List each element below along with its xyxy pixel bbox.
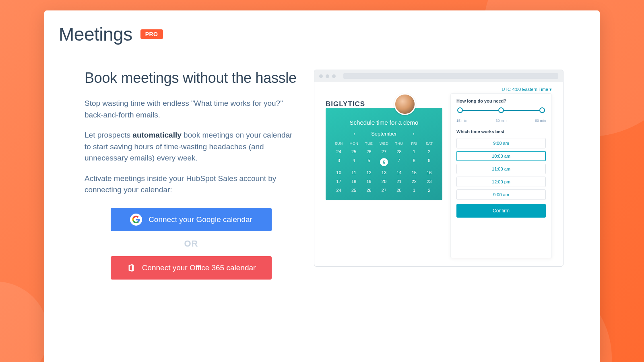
calendar-day[interactable]: 8: [407, 156, 421, 168]
calendar-day[interactable]: 21: [392, 177, 407, 186]
calendar-day[interactable]: 1: [407, 186, 421, 195]
chrome-dot-icon: [319, 74, 323, 78]
calendar-day[interactable]: 28: [392, 186, 407, 195]
time-slot[interactable]: 9:00 am: [456, 138, 546, 148]
slider-handle[interactable]: [498, 107, 504, 113]
duration-label: 30 min: [495, 119, 506, 123]
button-label: Connect your Office 365 calendar: [142, 263, 256, 272]
chevron-left-icon[interactable]: ‹: [353, 131, 355, 137]
avatar: [394, 93, 416, 115]
schedule-title: Schedule time for a demo: [331, 119, 437, 126]
calendar-dow: SUN: [331, 140, 346, 147]
text-span: Let prospects: [85, 131, 132, 139]
browser-mock: UTC-4:00 Eastern Time ▾ BIGLYTICS Schedu…: [314, 70, 564, 267]
calendar-day[interactable]: 27: [376, 186, 391, 195]
cta-actions: Connect your Google calendar OR Connect …: [85, 208, 298, 280]
slider-handle[interactable]: [457, 107, 463, 113]
calendar-dow: SAT: [422, 140, 437, 147]
duration-label: 60 min: [535, 119, 546, 123]
page-backdrop: Meetings PRO Book meetings without the h…: [0, 0, 644, 362]
time-slot[interactable]: 9:00 am: [456, 189, 546, 200]
page-title: Meetings: [59, 23, 132, 45]
main-card: Meetings PRO Book meetings without the h…: [44, 10, 600, 362]
time-slots: 9:00 am10:00 am11:00 am12:00 pm9:00 am: [456, 138, 546, 200]
calendar-widget: Schedule time for a demo ‹ September › S…: [326, 108, 442, 200]
browser-chrome-bar: [314, 70, 563, 82]
page-header: Meetings PRO: [44, 10, 600, 55]
calendar-day[interactable]: 27: [376, 147, 391, 156]
confirm-button[interactable]: Confirm: [456, 204, 546, 218]
hero-heading: Book meetings without the hassle: [85, 70, 298, 86]
calendar-day[interactable]: 20: [376, 177, 391, 186]
calendar-day[interactable]: 12: [361, 168, 376, 177]
calendar-day[interactable]: 25: [346, 186, 361, 195]
calendar-day[interactable]: 26: [361, 147, 376, 156]
preview-column: UTC-4:00 Eastern Time ▾ BIGLYTICS Schedu…: [314, 70, 564, 280]
connect-office365-button[interactable]: Connect your Office 365 calendar: [111, 256, 272, 280]
calendar-day[interactable]: 24: [331, 186, 346, 195]
slider-labels: 15 min 30 min 60 min: [456, 119, 546, 123]
browser-body: UTC-4:00 Eastern Time ▾ BIGLYTICS Schedu…: [314, 82, 563, 266]
calendar-day[interactable]: 18: [346, 177, 361, 186]
duration-slider[interactable]: [456, 107, 546, 117]
timezone-selector[interactable]: UTC-4:00 Eastern Time ▾: [502, 87, 552, 92]
button-label: Connect your Google calendar: [149, 215, 252, 224]
calendar-day[interactable]: 17: [331, 177, 346, 186]
time-slot[interactable]: 11:00 am: [456, 164, 546, 174]
calendar-day[interactable]: 2: [422, 147, 437, 156]
chevron-right-icon[interactable]: ›: [413, 131, 415, 137]
month-row: ‹ September ›: [331, 131, 437, 137]
calendar-day[interactable]: 10: [331, 168, 346, 177]
or-divider: OR: [184, 239, 198, 249]
google-icon: [130, 214, 142, 226]
chrome-dot-icon: [332, 74, 336, 78]
calendar-dow: THU: [392, 140, 407, 147]
bg-bubble: [0, 282, 48, 362]
calendar-day[interactable]: 3: [331, 156, 346, 168]
time-slot[interactable]: 10:00 am: [456, 151, 546, 161]
slider-handle[interactable]: [539, 107, 545, 113]
browser-url-bar: [343, 73, 558, 79]
calendar-day[interactable]: 6: [376, 156, 391, 168]
calendar-day[interactable]: 7: [392, 156, 407, 168]
picker-column: How long do you need? 15 min 30 min 60: [450, 93, 552, 258]
time-slot[interactable]: 12:00 pm: [456, 177, 546, 187]
chrome-dot-icon: [326, 74, 329, 78]
duration-question: How long do you need?: [456, 99, 546, 103]
left-column: Book meetings without the hassle Stop wa…: [85, 70, 298, 280]
calendar-day[interactable]: 9: [422, 156, 437, 168]
calendar-day[interactable]: 19: [361, 177, 376, 186]
calendar-dow: WED: [376, 140, 391, 147]
brand-logo: BIGLYTICS: [326, 100, 365, 108]
calendar-day[interactable]: 14: [392, 168, 407, 177]
content-body: Book meetings without the hassle Stop wa…: [44, 55, 600, 280]
duration-label: 15 min: [456, 119, 467, 123]
text-emphasis: automatically: [132, 131, 181, 139]
calendar-day[interactable]: 22: [407, 177, 421, 186]
calendar-day[interactable]: 26: [361, 186, 376, 195]
hero-paragraph-3: Activate meetings inside your HubSpot Sa…: [85, 173, 298, 196]
time-question: Which time works best: [456, 129, 546, 134]
hero-paragraph-1: Stop wasting time with endless "What tim…: [85, 98, 298, 121]
calendar-day[interactable]: 1: [407, 147, 421, 156]
month-label: September: [371, 131, 397, 137]
calendar-dow: MON: [346, 140, 361, 147]
calendar-day[interactable]: 13: [376, 168, 391, 177]
pro-badge: PRO: [140, 29, 163, 39]
calendar-day[interactable]: 5: [361, 156, 376, 168]
calendar-day[interactable]: 4: [346, 156, 361, 168]
calendar-grid: SUNMONTUEWEDTHUFRISAT2425262728123456789…: [331, 140, 437, 195]
calendar-day[interactable]: 15: [407, 168, 421, 177]
calendar-day[interactable]: 2: [422, 186, 437, 195]
calendar-day[interactable]: 23: [422, 177, 437, 186]
calendar-day[interactable]: 28: [392, 147, 407, 156]
office-icon: [127, 263, 136, 272]
hero-paragraph-2: Let prospects automatically book meeting…: [85, 130, 298, 164]
calendar-day[interactable]: 24: [331, 147, 346, 156]
calendar-dow: TUE: [361, 140, 376, 147]
connect-google-button[interactable]: Connect your Google calendar: [111, 208, 272, 231]
calendar-column: BIGLYTICS Schedule time for a demo ‹ Sep…: [326, 93, 442, 258]
calendar-day[interactable]: 25: [346, 147, 361, 156]
calendar-day[interactable]: 11: [346, 168, 361, 177]
calendar-day[interactable]: 16: [422, 168, 437, 177]
